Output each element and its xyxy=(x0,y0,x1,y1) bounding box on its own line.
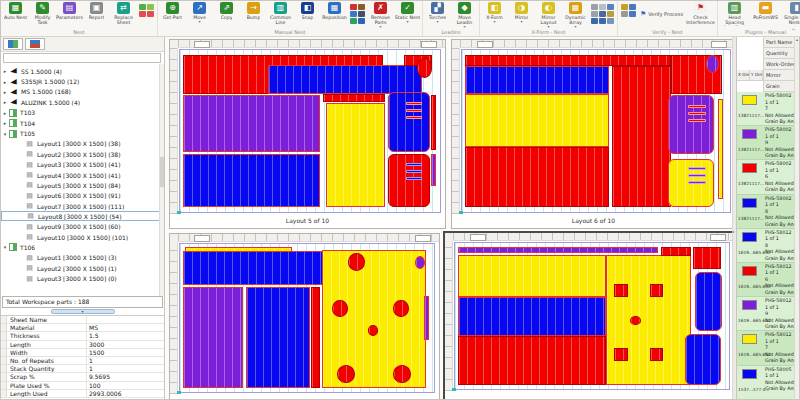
verify-process-button[interactable]: ⚑Verify Process xyxy=(640,10,683,18)
nested-part[interactable] xyxy=(431,95,436,150)
part-row[interactable]: 13821117...PHS-580021 of 19Not AllowedGr… xyxy=(737,126,794,160)
tree-item-layout6-3000-x-1500-91[interactable]: ▤Layout6 [3000 X 1500] (91) xyxy=(1,191,164,201)
panel-tab-1[interactable] xyxy=(3,38,23,50)
nested-part[interactable] xyxy=(183,287,244,388)
nested-part[interactable] xyxy=(614,348,628,361)
nested-part[interactable] xyxy=(695,272,722,330)
nested-part[interactable] xyxy=(246,287,310,388)
reposition-button[interactable]: ▦Reposition xyxy=(321,1,348,29)
layout-view-2[interactable]: Layout 6 of 10 xyxy=(451,39,736,229)
expand-arrow-icon[interactable]: ▾ xyxy=(1,131,9,137)
nested-part[interactable] xyxy=(668,159,714,208)
expand-arrow-icon[interactable]: ▸ xyxy=(1,120,9,126)
mini-tool-button[interactable] xyxy=(591,18,598,24)
bump-button[interactable]: →Bump xyxy=(240,1,267,29)
expand-arrow-icon[interactable]: ▸ xyxy=(1,110,9,116)
nested-part[interactable] xyxy=(183,95,321,152)
header-grain[interactable]: Grain xyxy=(763,81,794,92)
layout-sheet[interactable] xyxy=(179,49,441,213)
nested-part[interactable] xyxy=(368,325,378,335)
nested-part[interactable] xyxy=(465,94,610,147)
nested-part[interactable] xyxy=(348,253,366,271)
mini-tool-button[interactable] xyxy=(358,18,365,24)
tree-item-layout1-3000-x-1500-38[interactable]: ▤Layout1 [3000 X 1500] (38) xyxy=(1,139,164,149)
parameters-button[interactable]: ▤Parameters xyxy=(56,1,83,29)
part-row[interactable]: 13821117...PHS-580021 of 16Not AllowedGr… xyxy=(737,160,794,194)
nested-part[interactable] xyxy=(465,66,610,94)
nested-part[interactable] xyxy=(183,251,325,285)
mini-tool-button[interactable] xyxy=(358,11,365,17)
nested-part[interactable] xyxy=(388,92,430,152)
mini-tool-button[interactable] xyxy=(139,4,146,10)
header-x-dimen[interactable]: X Dimen xyxy=(737,70,750,81)
tree-item-s355jr-1-5000-12[interactable]: ▸◀S355JR 1.5000 (12) xyxy=(1,76,164,86)
tree-item-aluzink-1-5000-4[interactable]: ▸◀ALUZINK 1.5000 (4) xyxy=(1,97,164,107)
tree-item-layout2-3000-x-1500-1[interactable]: ▤Layout2 [3000 X 1500] (1) xyxy=(1,263,164,273)
nested-part[interactable] xyxy=(458,297,606,336)
mini-tool-button[interactable] xyxy=(147,11,154,17)
scrollbar-thumb[interactable] xyxy=(160,157,164,187)
tree-item-ms-1-5000-168[interactable]: ▸◀MS 1.5000 (168) xyxy=(1,87,164,97)
nested-part[interactable] xyxy=(693,247,720,269)
nested-part[interactable] xyxy=(612,66,671,207)
nested-part[interactable] xyxy=(465,55,671,66)
nested-part[interactable] xyxy=(458,255,606,297)
parts-scrollbar[interactable]: ▴ xyxy=(794,37,799,399)
pofromws-button[interactable]: ▬PoFromWS xyxy=(750,1,781,29)
ribbon-collapse-icon[interactable]: ^ xyxy=(791,27,796,34)
tree-item-layout5-3000-x-1500-84[interactable]: ▤Layout5 [3000 X 1500] (84) xyxy=(1,180,164,190)
header-part-name[interactable]: Part Name xyxy=(763,37,794,48)
mirror-layout-button[interactable]: ◐Mirror Layout▾ xyxy=(535,1,562,29)
mini-tool-button[interactable] xyxy=(621,4,628,10)
nested-part[interactable] xyxy=(606,255,691,385)
tree-item-layout3-3000-x-1500-0[interactable]: ▤Layout3 [3000 X 1500] (0) xyxy=(1,273,164,283)
mini-tool-button[interactable] xyxy=(591,4,598,10)
panel-splitter[interactable]: ▾ xyxy=(1,308,164,315)
mini-tool-button[interactable] xyxy=(607,11,614,17)
nested-part[interactable] xyxy=(465,147,610,207)
mini-tool-button[interactable] xyxy=(629,11,636,17)
mini-tool-button[interactable] xyxy=(607,4,614,10)
header-work-order[interactable]: Work-Order No. xyxy=(763,59,794,70)
nested-part[interactable] xyxy=(685,334,721,385)
report-button[interactable]: ▣Report xyxy=(83,1,110,29)
mini-tool-button[interactable] xyxy=(350,11,357,17)
part-row[interactable]: 13821117...PHS-580021 of 18Not AllowedGr… xyxy=(737,195,794,229)
part-row[interactable]: 1619...665.652PHS-580121 of 19Not Allowe… xyxy=(737,297,794,331)
mini-tool-button[interactable] xyxy=(599,11,606,17)
nested-part[interactable] xyxy=(431,154,436,186)
tree-scrollbar[interactable] xyxy=(159,64,164,296)
mini-tool-button[interactable] xyxy=(358,4,365,10)
nested-part[interactable] xyxy=(322,250,426,388)
tree-item-t105[interactable]: ▾T105 xyxy=(1,128,164,138)
nested-part[interactable] xyxy=(706,55,719,73)
tree-item-layout4-3000-x-1500-41[interactable]: ▤Layout4 [3000 X 1500] (41) xyxy=(1,170,164,180)
part-row[interactable]: 1619...665.652PHS-580121 of 17Not Allowe… xyxy=(737,331,794,365)
move-button[interactable]: ↗Move▾ xyxy=(186,1,213,29)
header-quantity[interactable]: Quantity xyxy=(763,48,794,59)
nested-part[interactable] xyxy=(614,284,628,297)
torches-button[interactable]: ▞Torches▾ xyxy=(424,1,451,29)
tree-item-layout1-3000-x-1500-3[interactable]: ▤Layout1 [3000 X 1500] (3) xyxy=(1,253,164,263)
header-mirror[interactable]: Mirror xyxy=(763,70,794,81)
nested-part[interactable] xyxy=(718,99,723,199)
tree-item-t104[interactable]: ▸T104 xyxy=(1,118,164,128)
expand-arrow-icon[interactable]: ▾ xyxy=(1,244,9,250)
tree-item-layout10-3000-x-1500-101[interactable]: ▤Layout10 [3000 X 1500] (101) xyxy=(1,232,164,242)
tree-item-ss-1-5000-4[interactable]: ▸◀SS 1.5000 (4) xyxy=(1,66,164,76)
mini-tool-button[interactable] xyxy=(350,4,357,10)
tree-item-layout2-3000-x-1500-38[interactable]: ▤Layout2 [3000 X 1500] (38) xyxy=(1,149,164,159)
mini-tool-button[interactable] xyxy=(621,11,628,17)
modify-task-button[interactable]: ✎Modify Task xyxy=(29,1,56,29)
nested-part[interactable] xyxy=(661,247,691,256)
layout-sheet[interactable] xyxy=(461,49,731,213)
part-row[interactable]: 1619...665.652PHS-580121 of 18Not Allowe… xyxy=(737,229,794,263)
mini-tool-button[interactable] xyxy=(591,11,598,17)
part-row[interactable]: 1619...665.652PHS-580121 of 16Not Allowe… xyxy=(737,263,794,297)
splitter-handle-icon[interactable]: ▾ xyxy=(51,309,115,314)
mini-tool-button[interactable] xyxy=(607,18,614,24)
mini-tool-button[interactable] xyxy=(599,18,606,24)
nested-part[interactable] xyxy=(388,154,430,207)
tree-item-t103[interactable]: ▸T103 xyxy=(1,108,164,118)
layout-sheet[interactable] xyxy=(179,243,435,393)
